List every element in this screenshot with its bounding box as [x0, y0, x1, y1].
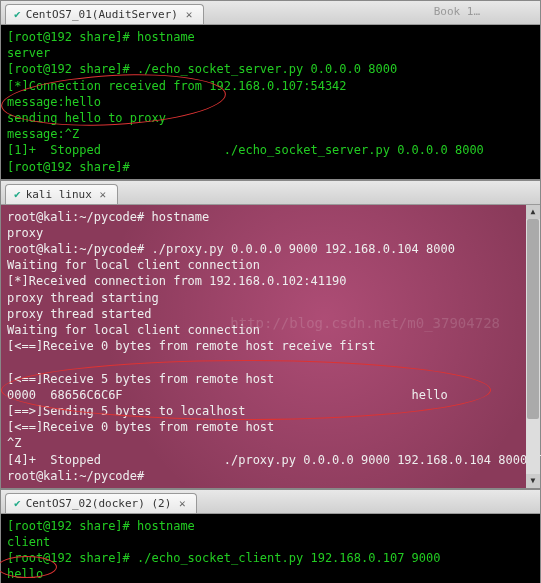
terminal-line: sending hello to proxy	[7, 110, 534, 126]
tabbar-3: ✔ CentOS7_02(docker) (2) ✕	[1, 490, 540, 514]
terminal-line: ^Z	[7, 435, 534, 451]
terminal-line: [root@192 share]# ./echo_socket_client.p…	[7, 550, 534, 566]
terminal-line: proxy thread starting	[7, 290, 534, 306]
terminal-line: [<==]Receive 0 bytes from remote host	[7, 419, 534, 435]
terminal-line: [*]Received connection from 192.168.0.10…	[7, 273, 534, 289]
terminal-line: 0000 68656C6C6F hello	[7, 387, 534, 403]
terminal-line: hello	[7, 566, 534, 582]
close-icon[interactable]: ✕	[97, 188, 109, 200]
check-icon: ✔	[14, 188, 21, 201]
bookmark-label: Book 1…	[434, 5, 480, 18]
tabbar-1: ✔ CentOS7_01(AuditServer) ✕ Book 1…	[1, 1, 540, 25]
terminal-line: [==>]Sending 5 bytes to localhost	[7, 403, 534, 419]
terminal-line: [4]+ Stopped ./proxy.py 0.0.0.0 9000 192…	[7, 452, 534, 468]
check-icon: ✔	[14, 497, 21, 510]
scrollbar[interactable]: ▲ ▼	[526, 205, 540, 488]
terminal-line: root@kali:~/pycode# hostname	[7, 209, 534, 225]
window-centos-docker: ✔ CentOS7_02(docker) (2) ✕ [root@192 sha…	[0, 489, 541, 583]
close-icon[interactable]: ✕	[176, 497, 188, 509]
terminal-line: root@kali:~/pycode# ./proxy.py 0.0.0.0 9…	[7, 241, 534, 257]
terminal-line: Waiting for local client connection	[7, 257, 534, 273]
tab-label: CentOS7_01(AuditServer)	[26, 8, 178, 21]
close-icon[interactable]: ✕	[183, 9, 195, 21]
terminal-line: [*]Connection received from 192.168.0.10…	[7, 78, 534, 94]
terminal-line: [1]+ Stopped ./echo_socket_server.py 0.0…	[7, 142, 534, 158]
scroll-thumb[interactable]	[527, 219, 539, 419]
tabbar-2: ✔ kali linux ✕	[1, 181, 540, 205]
terminal-line: proxy	[7, 225, 534, 241]
terminal-line: root@kali:~/pycode#	[7, 468, 534, 484]
terminal-line: [root@192 share]#	[7, 159, 534, 175]
scroll-down-icon[interactable]: ▼	[526, 474, 540, 488]
terminal-line: [root@192 share]# hostname	[7, 29, 534, 45]
terminal-line	[7, 354, 534, 370]
terminal-line: [root@192 share]# ./echo_socket_server.p…	[7, 61, 534, 77]
tab-label: kali linux	[26, 188, 92, 201]
tab-centos7-01[interactable]: ✔ CentOS7_01(AuditServer) ✕	[5, 4, 204, 24]
tab-kali-linux[interactable]: ✔ kali linux ✕	[5, 184, 118, 204]
terminal-line: message:^Z	[7, 126, 534, 142]
window-centos-auditserver: ✔ CentOS7_01(AuditServer) ✕ Book 1… [roo…	[0, 0, 541, 180]
terminal-line: [root@192 share]# hostname	[7, 518, 534, 534]
tab-centos7-02[interactable]: ✔ CentOS7_02(docker) (2) ✕	[5, 493, 197, 513]
terminal-line: [<==]Receive 5 bytes from remote host	[7, 371, 534, 387]
check-icon: ✔	[14, 8, 21, 21]
terminal-2[interactable]: root@kali:~/pycode# hostname proxy root@…	[1, 205, 540, 488]
window-kali: ✔ kali linux ✕ root@kali:~/pycode# hostn…	[0, 180, 541, 489]
tab-label: CentOS7_02(docker) (2)	[26, 497, 172, 510]
terminal-line: message:hello	[7, 94, 534, 110]
terminal-line: server	[7, 45, 534, 61]
terminal-line: client	[7, 534, 534, 550]
watermark-text: http://blog.csdn.net/m0_37904728	[230, 315, 500, 331]
terminal-3[interactable]: [root@192 share]# hostname client [root@…	[1, 514, 540, 583]
terminal-line: [<==]Receive 0 bytes from remote host re…	[7, 338, 534, 354]
scroll-up-icon[interactable]: ▲	[526, 205, 540, 219]
terminal-1[interactable]: [root@192 share]# hostname server [root@…	[1, 25, 540, 179]
